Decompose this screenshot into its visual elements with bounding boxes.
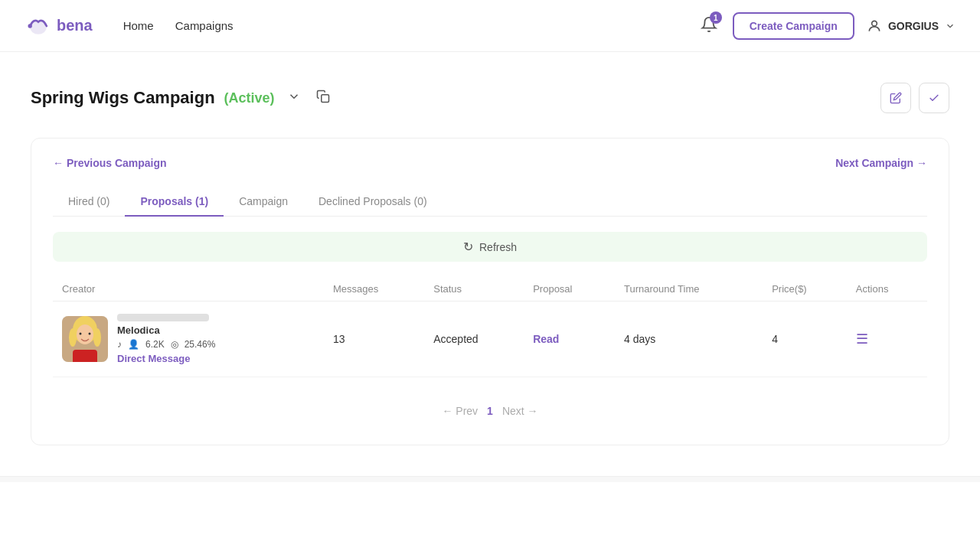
svg-point-11	[89, 333, 91, 335]
col-creator: Creator	[53, 277, 324, 302]
svg-point-10	[80, 333, 82, 335]
creator-name: Melodica	[117, 324, 215, 336]
col-messages: Messages	[324, 277, 424, 302]
creator-info: Melodica ♪ 👤 6.2K ◎ 25.46% Direct Messag…	[117, 314, 215, 364]
footer-bar	[0, 476, 980, 482]
user-menu[interactable]: GORGIUS	[867, 18, 956, 34]
nav-home[interactable]: Home	[123, 19, 154, 32]
engagement-rate: 25.46%	[185, 339, 216, 350]
followers-count: 6.2K	[145, 339, 165, 350]
table-row: Melodica ♪ 👤 6.2K ◎ 25.46% Direct Messag…	[53, 302, 927, 377]
copy-button[interactable]	[313, 86, 333, 109]
proposals-table: Creator Messages Status Proposal Turnaro…	[53, 277, 927, 377]
col-proposal: Proposal	[524, 277, 615, 302]
col-status: Status	[424, 277, 524, 302]
logo: bena	[24, 12, 93, 40]
campaign-title: Spring Wigs Campaign	[31, 88, 215, 108]
navbar: bena Home Campaigns 1 Create Campaign GO…	[0, 0, 980, 52]
col-price: Price($)	[763, 277, 847, 302]
confirm-button[interactable]	[919, 83, 949, 113]
logo-text: bena	[57, 17, 93, 34]
campaign-status: (Active)	[224, 90, 275, 106]
action-buttons	[880, 83, 949, 113]
engagement-icon: ◎	[171, 339, 178, 350]
tab-bar: Hired (0) Proposals (1) Campaign Decline…	[53, 187, 927, 217]
svg-point-2	[872, 21, 877, 26]
nav-campaigns[interactable]: Campaigns	[175, 19, 234, 32]
creator-stats: ♪ 👤 6.2K ◎ 25.46%	[117, 339, 215, 350]
main-card: ← Previous Campaign Next Campaign → Hire…	[31, 138, 949, 445]
user-name: GORGIUS	[888, 20, 939, 32]
creator-name-bar	[117, 314, 209, 321]
nav-left: bena Home Campaigns	[24, 12, 234, 40]
actions-button[interactable]: ☰	[856, 331, 868, 347]
create-campaign-button[interactable]: Create Campaign	[733, 12, 854, 40]
creator-cell: Melodica ♪ 👤 6.2K ◎ 25.46% Direct Messag…	[62, 314, 315, 364]
page-content: Spring Wigs Campaign (Active)	[0, 52, 980, 476]
nav-right: 1 Create Campaign GORGIUS	[697, 12, 956, 40]
svg-point-8	[69, 328, 77, 347]
tab-declined[interactable]: Declined Proposals (0)	[303, 187, 443, 217]
direct-message-link[interactable]: Direct Message	[117, 353, 215, 364]
creator-avatar	[62, 316, 108, 362]
status-cell: Accepted	[424, 302, 524, 377]
svg-point-1	[28, 24, 32, 28]
campaign-header: Spring Wigs Campaign (Active)	[31, 83, 949, 113]
svg-rect-3	[321, 95, 328, 103]
edit-button[interactable]	[880, 83, 911, 113]
tiktok-icon: ♪	[117, 339, 122, 350]
pagination: ← Prev 1 Next →	[53, 396, 927, 426]
next-campaign-link[interactable]: Next Campaign →	[835, 157, 927, 169]
tab-campaign[interactable]: Campaign	[224, 187, 303, 217]
prev-page[interactable]: ← Prev	[442, 405, 478, 417]
tab-hired[interactable]: Hired (0)	[53, 187, 125, 217]
campaign-title-row: Spring Wigs Campaign (Active)	[31, 86, 333, 109]
svg-rect-7	[73, 350, 97, 362]
campaign-dropdown-button[interactable]	[284, 86, 304, 109]
refresh-icon: ↻	[463, 240, 473, 254]
notification-badge: 1	[710, 11, 722, 24]
campaign-navigation: ← Previous Campaign Next Campaign →	[53, 157, 927, 169]
current-page: 1	[487, 405, 493, 417]
col-actions: Actions	[847, 277, 927, 302]
col-turnaround: Turnaround Time	[615, 277, 763, 302]
previous-campaign-link[interactable]: ← Previous Campaign	[53, 157, 167, 169]
refresh-label: Refresh	[479, 241, 517, 253]
refresh-bar[interactable]: ↻ Refresh	[53, 232, 927, 262]
tab-proposals[interactable]: Proposals (1)	[125, 187, 224, 217]
proposal-read-link[interactable]: Read	[533, 333, 559, 345]
svg-point-9	[93, 328, 101, 347]
followers-icon: 👤	[128, 339, 139, 350]
turnaround-time: 4 days	[615, 302, 763, 377]
price: 4	[763, 302, 847, 377]
next-page[interactable]: Next →	[502, 405, 538, 417]
nav-links: Home Campaigns	[123, 19, 234, 32]
messages-count: 13	[324, 302, 424, 377]
notification-button[interactable]: 1	[697, 13, 720, 38]
